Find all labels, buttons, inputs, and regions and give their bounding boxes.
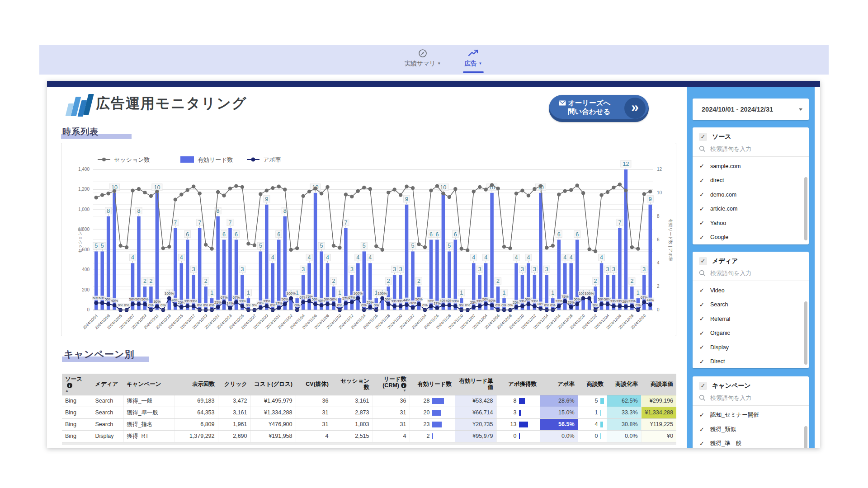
filter-item[interactable]: ✓認知_セミナー開催 [693, 408, 809, 422]
date-range-control[interactable]: 2024/10/01 - 2024/12/31 [693, 99, 809, 120]
table-cell-cost: ¥476,900 [250, 418, 296, 430]
svg-text:33%: 33% [555, 299, 562, 303]
scrollbar-thumb[interactable] [804, 426, 807, 448]
contact-line2: 問い合わせる [568, 107, 610, 116]
filter-checkbox[interactable]: ✓ [699, 133, 707, 141]
table-cell-campaign: 獲得_一般 [123, 395, 174, 407]
filter-item[interactable]: ✓Organic [693, 326, 809, 341]
svg-text:2: 2 [332, 278, 335, 284]
search-icon [699, 394, 706, 401]
table-header-leads_crm[interactable]: リード数(CRM)i▼ [373, 374, 410, 395]
check-icon: ✓ [699, 234, 704, 241]
filter-item[interactable]: ✓Referral [693, 312, 809, 326]
cell-mini-bar [519, 398, 525, 404]
info-icon[interactable]: i [401, 383, 406, 388]
table-cell-cost: ¥1,334,288 [250, 407, 296, 418]
svg-text:0%: 0% [246, 303, 251, 307]
svg-text:3: 3 [533, 266, 536, 272]
table-cell-impressions: 6,809 [174, 418, 218, 430]
filter-search-input[interactable] [710, 394, 787, 401]
table-header-appointments[interactable]: アポ獲得数 [496, 374, 540, 395]
svg-text:6: 6 [277, 231, 280, 238]
table-cell-appointments: 13 [496, 418, 540, 430]
svg-text:0%: 0% [501, 303, 507, 307]
tab-summary-label: 実績サマリ [405, 60, 435, 67]
filter-item[interactable]: ✓Display [693, 340, 809, 355]
table-header-sessions[interactable]: セッション数 [332, 374, 373, 395]
table-header-source[interactable]: ソースi▲ [62, 374, 92, 395]
filter-item[interactable]: ✓article.com [693, 202, 809, 216]
table-header-appo_rate[interactable]: アポ率 [540, 374, 578, 395]
table-cell-meeting_rate: 62.5% [607, 395, 641, 407]
svg-text:6: 6 [576, 231, 579, 238]
info-icon[interactable]: i [67, 383, 72, 388]
table-cell-valid_leads: 23 [410, 418, 455, 430]
tab-performance-summary[interactable]: 実績サマリ▼ [396, 48, 450, 68]
scrollbar-thumb[interactable] [804, 177, 807, 240]
table-cell-valid_leads: 20 [410, 407, 455, 418]
filter-item-label: Organic [710, 330, 730, 336]
svg-text:8: 8 [283, 208, 287, 214]
table-header-media[interactable]: メディア [92, 374, 123, 395]
filter-item[interactable]: ✓Direct [693, 355, 809, 369]
svg-text:3: 3 [478, 266, 481, 272]
table-header-clicks[interactable]: クリック [218, 374, 250, 395]
svg-text:0%: 0% [294, 303, 300, 307]
table-header-lead_cpa[interactable]: 有効リード単価 [455, 374, 496, 395]
table-cell-media: Search [92, 418, 123, 430]
scrollbar-thumb[interactable] [804, 301, 807, 365]
filter-checkbox[interactable]: ✓ [699, 382, 707, 390]
table-header-meeting_cpa[interactable]: 商談単価 [641, 374, 676, 395]
svg-text:1,200: 1,200 [78, 187, 90, 192]
svg-text:0: 0 [87, 307, 90, 312]
svg-text:5: 5 [101, 243, 104, 249]
filter-item[interactable]: ✓Search [693, 298, 809, 312]
filter-item-label: Search [710, 301, 728, 308]
filter-title: キャンペーン [712, 382, 751, 390]
table-header-meeting_rate[interactable]: 商談化率 [607, 374, 641, 395]
table-cell-leads_crm: 31 [373, 407, 410, 418]
svg-text:0%: 0% [459, 303, 464, 307]
tab-ads[interactable]: 広告▼ [454, 48, 492, 68]
table-cell-sessions: 2,873 [332, 407, 373, 418]
check-icon: ✓ [699, 344, 704, 351]
filter-item-label: Video [710, 287, 725, 294]
table-header-cv[interactable]: CV(媒体) [296, 374, 332, 395]
table-header-campaign[interactable]: キャンペーン [123, 374, 174, 395]
filter-item[interactable]: ✓demo.com [693, 188, 809, 202]
svg-text:100%: 100% [377, 291, 387, 296]
table-header-cost[interactable]: コスト(グロス) [250, 374, 296, 395]
table-cell-cost: ¥1,495,979 [250, 395, 296, 407]
filter-search-input[interactable] [710, 145, 787, 152]
filter-item[interactable]: ✓direct [693, 174, 809, 188]
timeseries-chart[interactable]: セッション数有効リード数アポ率02004006008001,0001,2001,… [61, 143, 676, 336]
contact-button[interactable]: オーリーズへ 問い合わせる » [549, 95, 649, 122]
filter-item[interactable]: ✓Video [693, 283, 809, 298]
brand-logo [66, 93, 94, 120]
caret-down-icon [799, 108, 802, 113]
filter-item[interactable]: ✓獲得_準一般 [693, 436, 809, 448]
cell-mini-bar [519, 422, 528, 427]
svg-text:0%: 0% [550, 303, 556, 307]
filter-search-input[interactable] [710, 270, 787, 277]
filter-item[interactable]: ✓Yahoo [693, 216, 809, 230]
filter-item[interactable]: ✓sample.com [693, 159, 809, 174]
svg-text:0%: 0% [203, 303, 208, 307]
table-header-valid_leads[interactable]: 有効リード数 [410, 374, 455, 395]
table-row: BingSearch獲得_準一般64,3533,161¥1,334,288312… [62, 407, 676, 418]
svg-text:有効リード数 | アポ率: 有効リード数 | アポ率 [668, 219, 673, 262]
svg-text:4: 4 [356, 254, 359, 261]
top-nav: 実績サマリ▼ 広告▼ [39, 45, 829, 75]
svg-text:4: 4 [600, 254, 603, 261]
table-cell-meeting_cpa: ¥119,225 [641, 418, 676, 430]
table-header-impressions[interactable]: 表示回数 [174, 374, 218, 395]
table-row: BingSearch獲得_一般69,1833,472¥1,495,979363,… [62, 395, 676, 407]
svg-text:12: 12 [657, 167, 662, 172]
svg-text:50%: 50% [574, 297, 581, 301]
svg-text:3: 3 [545, 266, 548, 272]
filter-item[interactable]: ✓Google [693, 230, 809, 245]
filter-checkbox[interactable]: ✓ [699, 257, 707, 265]
table-row: BingDisplay獲得_RT1,379,2922,690¥191,95842… [62, 430, 676, 442]
table-header-meetings[interactable]: 商談数 [578, 374, 607, 395]
filter-item[interactable]: ✓獲得_類似 [693, 422, 809, 437]
